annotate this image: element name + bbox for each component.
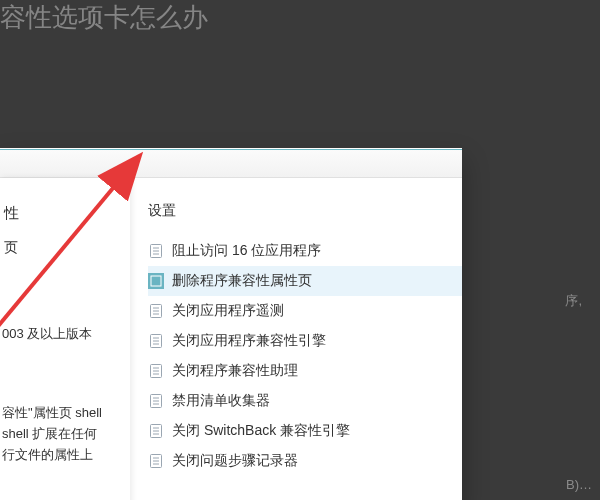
document-icon [148,453,164,469]
setting-item[interactable]: 关闭问题步骤记录器 [148,446,462,476]
settings-list: 阻止访问 16 位应用程序删除程序兼容性属性页关闭应用程序遥测关闭应用程序兼容性… [148,236,462,476]
document-icon [148,303,164,319]
setting-item[interactable]: 阻止访问 16 位应用程序 [148,236,462,266]
document-icon-selected [148,273,164,289]
document-icon [148,243,164,259]
setting-item[interactable]: 关闭应用程序兼容性引擎 [148,326,462,356]
setting-item[interactable]: 关闭程序兼容性助理 [148,356,462,386]
setting-item-label: 关闭应用程序遥测 [172,302,284,320]
right-panel: 设置 阻止访问 16 位应用程序删除程序兼容性属性页关闭应用程序遥测关闭应用程序… [130,178,462,500]
dialog-titlebar [0,150,462,178]
dialog-window: 性 页 003 及以上版本 容性"属性页 shell shell 扩展在任何 行… [0,150,462,500]
left-desc2: 容性"属性页 shell shell 扩展在任何 行文件的属性上 [0,347,130,469]
document-icon [148,393,164,409]
side-text-fragment: 序, [565,292,582,310]
setting-item-label: 阻止访问 16 位应用程序 [172,242,321,260]
settings-heading: 设置 [148,202,462,220]
left-panel: 性 页 003 及以上版本 容性"属性页 shell shell 扩展在任何 行… [0,178,130,500]
setting-item[interactable]: 禁用清单收集器 [148,386,462,416]
left-sub[interactable]: 页 [0,235,130,269]
side-text-fragment-2: B)… [566,477,592,492]
setting-item-label: 关闭问题步骤记录器 [172,452,298,470]
setting-item[interactable]: 关闭 SwitchBack 兼容性引擎 [148,416,462,446]
left-title: 性 [0,204,130,235]
background-title: 容性选项卡怎么办 [0,0,208,35]
setting-item-label: 禁用清单收集器 [172,392,270,410]
setting-item-label: 关闭应用程序兼容性引擎 [172,332,326,350]
document-icon [148,423,164,439]
document-icon [148,333,164,349]
setting-item[interactable]: 删除程序兼容性属性页 [148,266,462,296]
setting-item-label: 删除程序兼容性属性页 [172,272,312,290]
dialog-body: 性 页 003 及以上版本 容性"属性页 shell shell 扩展在任何 行… [0,178,462,500]
setting-item-label: 关闭程序兼容性助理 [172,362,298,380]
setting-item-label: 关闭 SwitchBack 兼容性引擎 [172,422,350,440]
svg-rect-4 [148,273,164,289]
left-desc: 003 及以上版本 [0,269,130,347]
document-icon [148,363,164,379]
setting-item[interactable]: 关闭应用程序遥测 [148,296,462,326]
